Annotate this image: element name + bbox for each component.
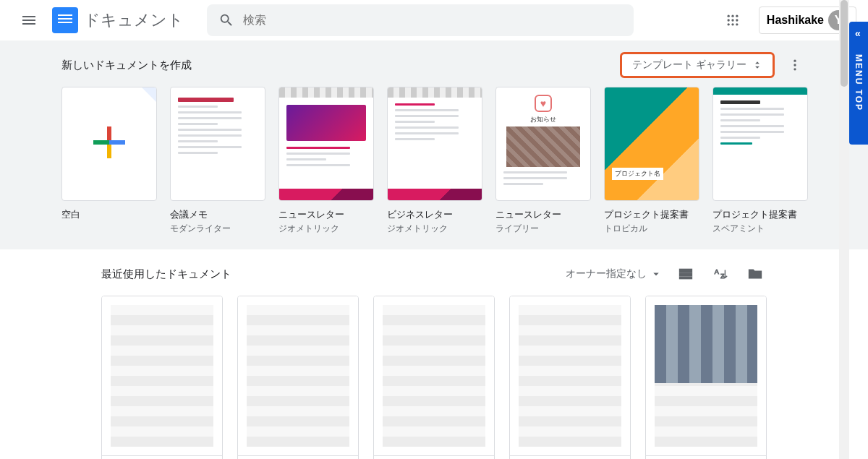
gallery-label: テンプレート ギャラリー [632,59,746,72]
doc-card[interactable]: 最終閲覧 12:52 [237,296,359,459]
template-title: プロジェクト提案書 [604,208,699,221]
recent-title: 最近使用したドキュメント [101,267,231,281]
docs-logo-icon [52,7,78,33]
template-subtitle: ジオメトリック [278,223,374,235]
svg-rect-18 [680,278,692,279]
app-logo-title[interactable]: ドキュメント [52,7,184,33]
template-subtitle: ライブリー [495,223,591,235]
more-vertical-icon [788,58,802,72]
template-title: ニュースレター [278,208,374,221]
template-title: プロジェクト提案書 [712,208,808,221]
template-card-newsletter-lively[interactable]: ♥お知らせ ニュースレター ライブリー [495,87,591,235]
svg-point-1 [731,15,733,17]
plus-icon [89,122,129,166]
template-title: ビジネスレター [387,208,482,221]
apps-grid-icon [726,13,740,27]
templates-title: 新しいドキュメントを作成 [61,59,192,72]
doc-card[interactable]: 最終閲覧 19:50 [101,296,223,459]
sort-button[interactable]: AZ [709,262,732,286]
search-bar[interactable] [207,4,634,36]
svg-point-2 [736,15,738,17]
scrollbar[interactable] [839,0,849,459]
doc-card[interactable]: 最終閲覧 10:05 [509,296,631,459]
svg-point-4 [731,19,733,21]
recent-grid: 最終閲覧 19:50 最終閲覧 12:52 最終閲覧 12:51 [101,296,767,459]
doc-card[interactable]: 最終閲覧 10:05 [645,296,767,459]
svg-point-8 [736,23,738,25]
template-title: 空白 [61,208,157,221]
template-card-meeting[interactable]: 会議メモ モダンライター [170,87,265,235]
folder-icon [747,266,763,282]
template-card-bizletter[interactable]: ビジネスレター ジオメトリック [387,87,482,235]
search-input[interactable] [243,14,622,27]
template-subtitle: トロピカル [604,223,699,235]
svg-point-9 [793,60,796,62]
svg-rect-15 [93,140,109,145]
template-title: ニュースレター [495,208,591,221]
template-subtitle: ジオメトリック [387,223,482,235]
app-name: ドキュメント [84,9,184,31]
template-subtitle: スペアミント [712,223,808,235]
search-icon [218,12,234,28]
list-icon [678,266,694,282]
svg-point-10 [793,64,796,66]
hamburger-icon [20,12,38,29]
owner-filter-dropdown[interactable]: オーナー指定なし [566,267,663,280]
unfold-icon [752,59,762,71]
list-view-button[interactable] [674,262,697,286]
side-menu-tab[interactable]: MENU TOP [849,22,868,145]
templates-section: 新しいドキュメントを作成 テンプレート ギャラリー [0,40,868,249]
svg-rect-17 [680,273,692,276]
templates-header: 新しいドキュメントを作成 テンプレート ギャラリー [61,52,807,78]
sort-az-icon: AZ [712,266,728,282]
dropdown-arrow-icon [650,267,663,280]
brand-text: Hashikake [767,14,824,27]
template-title: 会議メモ [170,208,265,221]
owner-filter-label: オーナー指定なし [566,267,647,280]
templates-row: 空白 会議メモ モダンライター ニュースレター ジオメトリック ビジネスレター … [61,87,807,235]
template-card-proposal-spearmint[interactable]: プロジェクト提案書 スペアミント [712,87,808,235]
svg-point-6 [727,23,729,25]
svg-point-5 [736,19,738,21]
template-gallery-button[interactable]: テンプレート ギャラリー [620,52,775,78]
svg-rect-16 [680,270,692,273]
templates-more-button[interactable] [783,53,807,77]
google-apps-button[interactable] [718,6,747,35]
recent-header: 最近使用したドキュメント オーナー指定なし AZ [101,262,767,286]
doc-card[interactable]: 最終閲覧 12:51 [373,296,495,459]
svg-rect-13 [107,126,111,142]
template-subtitle: モダンライター [170,223,265,235]
app-header: ドキュメント Hashikake Y [0,0,868,40]
recent-section: 最近使用したドキュメント オーナー指定なし AZ 最終閲覧 19:50 [0,249,868,459]
svg-point-7 [731,23,733,25]
svg-text:A: A [715,268,720,275]
svg-point-3 [727,19,729,21]
svg-point-0 [727,15,729,17]
template-card-proposal-tropical[interactable]: プロジェクト名 プロジェクト提案書 トロピカル [604,87,699,235]
open-picker-button[interactable] [744,262,767,286]
template-card-blank[interactable]: 空白 [61,87,157,235]
template-card-newsletter-geo[interactable]: ニュースレター ジオメトリック [278,87,374,235]
svg-point-11 [793,68,796,70]
hamburger-menu-button[interactable] [12,3,46,38]
